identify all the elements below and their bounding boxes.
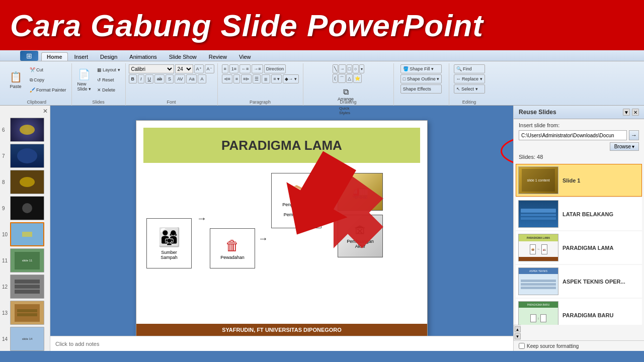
office-button[interactable]: ⊞	[20, 51, 38, 61]
ribbon-group-paragraph: ≡ 1≡ ←≡ →≡ Direction ⊲≡ ≡ ≡⊳ ☰ ⫼ ≡ ▾ ◆→ …	[218, 63, 303, 106]
text-direction-button[interactable]: Direction	[264, 64, 286, 73]
tab-animations[interactable]: Animations	[124, 52, 162, 61]
slide-thumb-11[interactable]: 11 slide 11	[2, 248, 48, 273]
increase-font-button[interactable]: A⁺	[194, 64, 204, 73]
close-slide-panel-button[interactable]: ✕	[43, 108, 48, 115]
delete-button[interactable]: ✕Delete	[95, 85, 122, 95]
cut-button[interactable]: ✂️ Cut	[28, 65, 68, 74]
slide-thumb-8[interactable]: 8	[2, 170, 48, 194]
reuse-panel-close-button[interactable]: ✕	[632, 109, 639, 116]
shadow-button[interactable]: S	[166, 74, 174, 83]
truck-icon: 🚛	[352, 184, 368, 200]
slide-thumb-7[interactable]: 7	[2, 144, 48, 168]
drawing-shape2-button[interactable]: ⟨	[333, 74, 338, 83]
banner-title: Cara Gabung Slide PowerPoint	[10, 8, 484, 43]
copy-button[interactable]: ⧉ Copy	[28, 75, 68, 84]
tab-view[interactable]: View	[233, 52, 257, 61]
notes-area[interactable]: Click to add notes	[50, 336, 513, 351]
align-text-button[interactable]: ≡ ▾	[271, 74, 282, 83]
slide-canvas: PARADIGMA LAMA 👨‍👩‍👧 SumberSampah → 🗑	[136, 120, 428, 336]
slide-thumb-12[interactable]: 12	[2, 275, 48, 299]
layout-button[interactable]: ▦Layout ▾	[95, 65, 122, 74]
reset-label: Reset	[102, 77, 114, 82]
tab-home[interactable]: Home	[41, 52, 68, 61]
paste-button[interactable]: 📋 Paste	[5, 64, 26, 96]
slide-img-10	[10, 222, 44, 246]
reset-button[interactable]: ↺Reset	[95, 75, 122, 84]
find-button[interactable]: 🔍 Find	[454, 64, 485, 73]
reuse-insert-label: Insert slide from:	[514, 119, 644, 129]
numbering-button[interactable]: 1≡	[229, 64, 238, 73]
shape-outline-button[interactable]: □ Shape Outline ▾	[400, 74, 442, 83]
columns-button[interactable]: ⫼	[262, 74, 270, 83]
tab-review[interactable]: Review	[203, 52, 232, 61]
paste-icon: 📋	[10, 71, 22, 83]
select-button[interactable]: ↖ Select ▾	[454, 84, 485, 94]
align-right-button[interactable]: ≡⊳	[241, 74, 252, 83]
reuse-slide-item-aspek[interactable]: ASPEK TEKNIS ASPEK TEKNIS OPER...	[516, 265, 642, 298]
bullets-button[interactable]: ≡	[222, 64, 228, 73]
font-color-button[interactable]: A	[198, 74, 206, 83]
justify-button[interactable]: ☰	[253, 74, 261, 83]
slide-thumb-14[interactable]: 14 slide 14	[2, 327, 48, 351]
drawing-shape5-button[interactable]: ⭐	[353, 74, 362, 83]
shape-fill-button[interactable]: 🪣 Shape Fill ▾	[400, 64, 442, 73]
replace-button[interactable]: ↔ Replace ▾	[454, 74, 485, 83]
center-button[interactable]: ≡	[233, 74, 240, 83]
slide-thumb-6[interactable]: 6	[2, 118, 48, 142]
reuse-browse-button[interactable]: Browse ▾	[610, 142, 639, 151]
tab-insert[interactable]: Insert	[69, 52, 94, 61]
change-case-button[interactable]: Aa	[186, 74, 197, 83]
reuse-slide-item-latar[interactable]: LATAR BELAKANG	[516, 198, 642, 230]
arrow3: →	[325, 168, 335, 279]
slide-thumb-13[interactable]: 13	[2, 301, 48, 325]
drawing-shape4-button[interactable]: △	[346, 74, 353, 83]
copy-icon: ⧉	[30, 77, 33, 83]
drawing-oval-button[interactable]: ○	[353, 64, 358, 73]
drawing-arrow-button[interactable]: →	[339, 64, 346, 73]
drawing-shapes-more[interactable]: ▾	[359, 64, 364, 73]
sumber-sampah-box: 👨‍👩‍👧 SumberSampah	[146, 168, 192, 268]
format-painter-button[interactable]: 🖌️ Format Painter	[28, 85, 68, 95]
bold-button[interactable]: B	[129, 74, 137, 83]
strikethrough-button[interactable]: ab	[154, 74, 165, 83]
convert-smartart-button[interactable]: ◆→ ▾	[283, 74, 299, 83]
reuse-path-input[interactable]	[519, 130, 627, 140]
drawing-rect-button[interactable]: □	[347, 64, 352, 73]
reuse-slides-panel: Reuse Slides ▼ ✕ Insert slide from: → Br…	[513, 106, 644, 351]
shape-effects-button[interactable]: Shape Effects	[400, 84, 442, 94]
tab-slideshow[interactable]: Slide Show	[164, 52, 202, 61]
pengumpulan-label: PengumpulandanPemindahan	[282, 202, 310, 217]
drawing-shape3-button[interactable]: ⌒	[338, 74, 346, 83]
reuse-slide-thumb-paradigma-baru: PARADIGMA BARU ↓	[518, 301, 558, 325]
arrow2: →	[258, 218, 268, 258]
align-left-button[interactable]: ⊲≡	[222, 74, 232, 83]
reuse-slide-item-paradigma-baru[interactable]: PARADIGMA BARU ↓ PARADIGMA BARU	[516, 299, 642, 325]
scroll-down-button[interactable]: ▼	[515, 333, 521, 339]
decrease-indent-button[interactable]: ←≡	[239, 64, 251, 73]
new-slide-label: NewSlide ▾	[77, 81, 92, 92]
slide-thumb-9[interactable]: 9	[2, 196, 48, 220]
reuse-slide-item-paradigma-lama[interactable]: PARADIGMA LAMA 📦 → 🚛 PARADIGMA LAMA	[516, 231, 642, 264]
slides-group-label: Slides	[72, 100, 125, 105]
tab-design[interactable]: Design	[95, 52, 123, 61]
increase-indent-button[interactable]: →≡	[252, 64, 263, 73]
slide-img-13	[10, 301, 44, 325]
reuse-panel-expand-button[interactable]: ▼	[623, 109, 630, 116]
underline-button[interactable]: U	[145, 74, 154, 83]
drawing-line-button[interactable]: ╲	[333, 64, 338, 73]
scroll-up-button[interactable]: ▲	[515, 326, 521, 332]
slide-img-8	[10, 170, 44, 194]
new-slide-button[interactable]: 📄 NewSlide ▾	[75, 64, 94, 96]
char-spacing-button[interactable]: AV	[175, 74, 185, 83]
font-family-select[interactable]: Calibri	[129, 64, 174, 73]
font-size-select[interactable]: 24	[175, 64, 193, 73]
slide-thumb-10[interactable]: 10	[2, 222, 48, 246]
editing-area: PARADIGMA LAMA 👨‍👩‍👧 SumberSampah → 🗑	[50, 106, 513, 351]
reuse-slide-item-1[interactable]: slide 1 content Slide 1	[516, 164, 642, 197]
reuse-go-button[interactable]: →	[629, 130, 639, 140]
keep-source-formatting-checkbox[interactable]	[519, 343, 525, 349]
decrease-font-button[interactable]: A⁻	[205, 64, 214, 73]
reuse-panel-title: Reuse Slides	[519, 109, 556, 116]
italic-button[interactable]: I	[138, 74, 144, 83]
